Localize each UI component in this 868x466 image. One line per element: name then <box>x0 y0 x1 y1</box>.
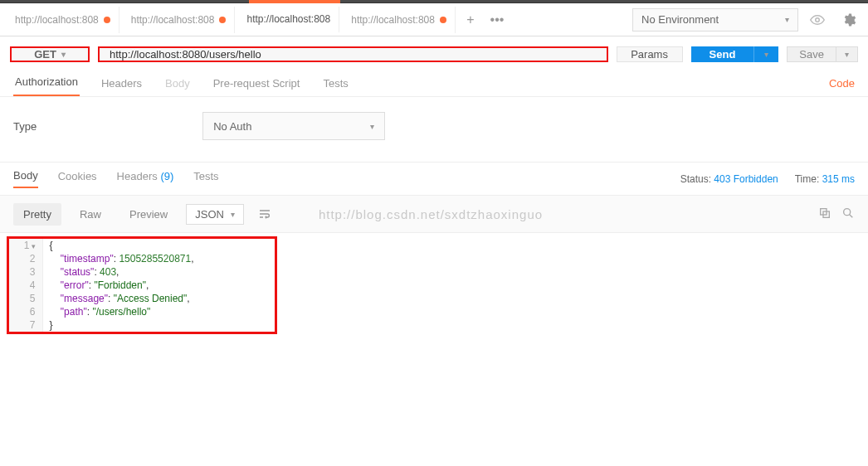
response-tabs: Body Cookies Headers (9) Tests Status: 4… <box>0 163 868 196</box>
chevron-down-icon <box>370 122 374 131</box>
time-value: 315 ms <box>822 173 855 185</box>
tab-label: http://localhost:808 <box>246 13 330 25</box>
search-icon[interactable] <box>841 206 855 222</box>
view-pretty[interactable]: Pretty <box>13 203 61 226</box>
chevron-down-icon <box>845 50 849 59</box>
watermark-text: http://blog.csdn.net/sxdtzhaoxinguo <box>319 207 543 221</box>
headers-count: (9) <box>160 170 173 182</box>
request-tabs: http://localhost:808 http://localhost:80… <box>7 7 632 33</box>
response-body: 1▾{ 2 "timestamp": 1505285520871, 3 "sta… <box>7 236 277 334</box>
chevron-down-icon <box>785 15 789 24</box>
response-tab-headers[interactable]: Headers (9) <box>117 170 174 187</box>
save-button[interactable]: Save <box>787 46 836 62</box>
code-line[interactable]: "error": "Forbidden", <box>42 279 275 292</box>
http-method-select[interactable]: GET <box>10 46 90 62</box>
url-input-wrapper <box>98 46 608 62</box>
tab-prerequest[interactable]: Pre-request Script <box>212 77 302 96</box>
environment-controls: No Environment <box>632 8 861 32</box>
code-line[interactable]: "timestamp": 1505285520871, <box>42 252 275 265</box>
copy-icon[interactable] <box>818 206 831 222</box>
request-tab[interactable]: http://localhost:808 <box>343 7 456 33</box>
unsaved-dot-icon <box>104 17 110 23</box>
request-subtabs: Authorization Headers Body Pre-request S… <box>0 69 868 97</box>
code-line[interactable]: "path": "/users/hello" <box>42 305 275 318</box>
chevron-down-icon <box>764 50 768 59</box>
http-method-value: GET <box>34 48 56 61</box>
unsaved-dot-icon <box>440 17 446 23</box>
code-line[interactable]: "message": "Access Denied", <box>42 292 275 305</box>
code-line[interactable]: { <box>42 239 275 252</box>
code-table: 1▾{ 2 "timestamp": 1505285520871, 3 "sta… <box>9 239 275 332</box>
unsaved-dot-icon <box>219 17 226 23</box>
svg-point-0 <box>816 17 820 22</box>
auth-type-label: Type <box>13 120 37 133</box>
window-topbar <box>0 0 868 3</box>
response-meta: Status: 403 Forbidden Time: 315 ms <box>680 173 855 185</box>
tab-overflow-button[interactable]: ••• <box>485 8 509 32</box>
line-number: 3 <box>9 265 42 279</box>
line-number: 6 <box>9 305 42 318</box>
response-tab-body[interactable]: Body <box>13 169 38 188</box>
tab-label: http://localhost:808 <box>351 14 435 26</box>
auth-type-value: No Auth <box>213 120 251 133</box>
tab-authorization[interactable]: Authorization <box>13 75 80 96</box>
gear-icon[interactable] <box>836 8 861 32</box>
line-number: 4 <box>9 279 42 292</box>
eye-icon[interactable] <box>805 8 830 32</box>
send-dropdown[interactable] <box>753 46 778 62</box>
view-raw[interactable]: Raw <box>70 203 111 226</box>
auth-type-select[interactable]: No Auth <box>202 112 385 140</box>
status-label: Status: 403 Forbidden <box>680 173 778 185</box>
status-value: 403 Forbidden <box>714 173 778 185</box>
code-line[interactable]: "status": 403, <box>42 265 275 279</box>
request-row: GET Params Send Save <box>0 36 868 69</box>
tabs-row: http://localhost:808 http://localhost:80… <box>0 3 868 36</box>
tab-label: http://localhost:808 <box>131 14 215 26</box>
code-link[interactable]: Code <box>829 77 855 96</box>
environment-value: No Environment <box>641 13 719 26</box>
response-tab-tests[interactable]: Tests <box>193 170 218 187</box>
time-label: Time: 315 ms <box>795 173 855 185</box>
params-button[interactable]: Params <box>617 46 683 62</box>
wrap-lines-icon[interactable] <box>252 202 277 226</box>
svg-line-4 <box>850 214 853 217</box>
format-select[interactable]: JSON <box>186 204 244 225</box>
line-number: 1▾ <box>9 239 42 252</box>
tab-label: http://localhost:808 <box>15 14 99 26</box>
view-preview[interactable]: Preview <box>119 203 178 226</box>
url-input[interactable] <box>110 48 597 61</box>
request-tab[interactable]: http://localhost:808 <box>123 7 236 33</box>
authorization-panel: Type No Auth <box>0 97 868 163</box>
line-number: 5 <box>9 292 42 305</box>
response-tab-cookies[interactable]: Cookies <box>58 170 97 187</box>
chevron-down-icon <box>231 210 235 219</box>
line-number: 7 <box>9 318 42 332</box>
tab-tests[interactable]: Tests <box>321 77 349 96</box>
save-group: Save <box>787 46 858 62</box>
environment-select[interactable]: No Environment <box>632 8 798 32</box>
save-dropdown[interactable] <box>836 46 858 62</box>
viewer-toolbar: Pretty Raw Preview JSON http://blog.csdn… <box>0 196 868 233</box>
tab-headers[interactable]: Headers <box>100 77 144 96</box>
send-button[interactable]: Send <box>691 46 754 62</box>
new-tab-button[interactable]: + <box>459 8 482 32</box>
svg-point-3 <box>844 208 851 215</box>
send-group: Send <box>691 46 779 62</box>
line-number: 2 <box>9 252 42 265</box>
request-tab[interactable]: http://localhost:808 <box>238 7 339 33</box>
request-tab[interactable]: http://localhost:808 <box>7 7 119 33</box>
code-line[interactable]: } <box>42 318 275 332</box>
tab-body[interactable]: Body <box>163 77 192 96</box>
chevron-down-icon <box>61 50 66 59</box>
